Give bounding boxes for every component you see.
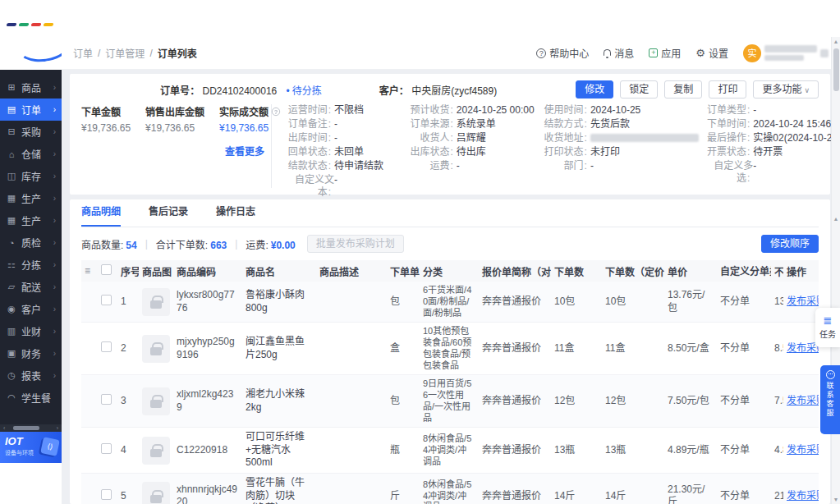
lock-button[interactable]: 锁定	[620, 80, 658, 99]
order-field: 打印状态未打印	[536, 146, 699, 158]
stat-block: 下单金额 ¥19,736.65	[81, 104, 131, 134]
scroll-right-icon[interactable]: ›	[57, 424, 58, 432]
publish-purchase-plan-link[interactable]: 发布采购计划	[787, 490, 819, 502]
product-code: xhnnnrjqkjc4920	[173, 474, 242, 504]
sidebar-item-student-meal[interactable]: ◠ 学生餐	[0, 387, 62, 409]
batch-publish-purchase-plan-button[interactable]: 批量发布采购计划	[307, 235, 404, 253]
sidebar-item-inventory[interactable]: ◫ 库存 ›	[0, 165, 62, 187]
product-name: 湘老九小米辣2kg	[242, 375, 316, 428]
sidebar-item-label: 生产	[21, 213, 53, 227]
sidebar-item-label: 订单	[21, 103, 53, 117]
publish-purchase-plan-link[interactable]: 发布采购计划	[787, 395, 819, 406]
row-checkbox[interactable]	[101, 341, 112, 352]
lock-icon	[150, 495, 162, 503]
lock-icon	[150, 300, 162, 309]
order-stats: 下单金额 ¥19,736.65 销售出库金额 ¥19,736.65	[81, 104, 272, 188]
product-image-locked	[142, 482, 170, 504]
product-code: C12220918	[173, 428, 242, 474]
order-field: 部门-	[536, 160, 699, 172]
order-field: 自定义文本-	[280, 174, 402, 186]
order-qty-price-unit: 14斤	[602, 474, 664, 504]
select-all-checkbox[interactable]	[101, 264, 112, 275]
sidebar-item-finance[interactable]: ▣ 财务 ›	[0, 342, 62, 364]
scrollbar-thumb[interactable]	[833, 48, 839, 91]
sidebar-item-delivery[interactable]: ▱ 配送 ›	[0, 276, 62, 298]
tab[interactable]: 操作日志	[216, 204, 255, 227]
app-header: 订单/ 订单管理/ 订单列表 帮助中心 消息 +应用 ⚙设置 实	[62, 37, 840, 70]
unit-price: 21.30元/斤	[664, 474, 717, 504]
modify-sort-button[interactable]: 修改顺序	[761, 235, 819, 253]
iot-banner[interactable]: IOT 设备与环境 ⟨⟩	[0, 432, 62, 463]
sidebar-item-sorting[interactable]: ⚏ 分拣 ›	[0, 254, 62, 276]
publish-purchase-plan-link[interactable]: 发布采购计划	[787, 444, 819, 456]
sidebar-item-icon: ▥	[6, 326, 17, 337]
publish-purchase-plan-link[interactable]: 发布采购计划	[787, 342, 819, 354]
unit-price: 8.50元/盒	[664, 323, 717, 375]
collapse-icon[interactable]	[820, 49, 829, 57]
task-widget[interactable]: ≣ 任务	[815, 308, 840, 347]
view-more-link[interactable]: 查看更多	[81, 144, 264, 158]
product-desc	[316, 375, 387, 428]
scroll-down-icon[interactable]: ▼	[832, 497, 840, 502]
messages-button[interactable]: 消息	[604, 46, 634, 60]
drag-handle-icon[interactable]: ≡	[85, 265, 90, 277]
sidebar-item-products[interactable]: ⊞ 商品 ›	[0, 76, 62, 99]
tab-bar: 商品明细 售后记录 操作日志	[81, 199, 819, 227]
tab[interactable]: 售后记录	[149, 204, 188, 227]
help-center-button[interactable]: 帮助中心	[536, 46, 589, 60]
breadcrumb: 订单/ 订单管理/ 订单列表	[73, 46, 197, 60]
scroll-up-icon[interactable]: ▲	[832, 39, 840, 44]
order-qty-price-unit: 13瓶	[602, 428, 664, 474]
contact-service-widget[interactable]: 联系客服	[820, 365, 840, 434]
row-checkbox[interactable]	[101, 489, 112, 500]
sidebar-item-label: 配送	[21, 280, 53, 294]
modify-button[interactable]: 修改	[576, 80, 613, 99]
order-qty: 13瓶	[551, 428, 602, 474]
breadcrumb-order-management[interactable]: 订单管理	[105, 46, 145, 60]
more-functions-button[interactable]: 更多功能∨	[753, 80, 819, 99]
scroll-up-icon[interactable]: ▲	[832, 216, 840, 222]
copy-button[interactable]: 复制	[664, 80, 702, 99]
sidebar-item-business-finance[interactable]: ▥ 业财 ›	[0, 320, 62, 342]
sidebar-item-customers[interactable]: ◉ 客户 ›	[0, 298, 62, 320]
sidebar-item-warehouse[interactable]: ⌂ 仓储 ›	[0, 143, 62, 165]
sidebar-item-icon: ◉	[6, 304, 17, 314]
scrollbar-thumb[interactable]	[13, 426, 39, 430]
sidebar-horizontal-scrollbar[interactable]: ‹ ›	[0, 424, 62, 432]
order-qty: 12包	[551, 375, 602, 428]
order-unit: 包	[387, 375, 420, 428]
sidebar-item-label: 客户	[21, 302, 53, 316]
breadcrumb-orders[interactable]: 订单	[73, 46, 93, 60]
row-checkbox[interactable]	[101, 394, 112, 405]
product-desc	[316, 428, 387, 474]
publish-purchase-plan-link[interactable]: 发布采购计划	[787, 296, 819, 307]
chevron-right-icon: ›	[53, 238, 56, 247]
row-checkbox[interactable]	[101, 443, 112, 454]
sidebar-item-production-2[interactable]: ▦ 生产 ›	[0, 209, 62, 231]
row-checkbox[interactable]	[101, 295, 112, 305]
products-table: ≡ 序号 商品图 商品编码 商品名 商品描述 下单单位 分类 报价单简称（对外）	[81, 260, 819, 504]
sidebar-item-icon: ⊞	[6, 82, 17, 93]
order-qty: 11盒	[551, 323, 602, 375]
sidebar-item-label: 学生餐	[21, 391, 56, 405]
sidebar-item-purchase[interactable]: ⊟ 采购 ›	[0, 121, 62, 143]
sidebar-item-reports[interactable]: ◷ 报表 ›	[0, 364, 62, 387]
tab[interactable]: 商品明细	[81, 204, 121, 227]
quote-name: 奔奔普通报价	[479, 474, 551, 504]
apps-button[interactable]: +应用	[649, 46, 681, 60]
split-type: 不分单	[717, 323, 771, 375]
sidebar-item-label: 分拣	[21, 258, 53, 272]
product-name: 雪花牛腩（牛肉筋）切块（净菜）	[242, 474, 316, 504]
sidebar-item-orders[interactable]: ▤ 订单 ›	[0, 99, 62, 121]
table-row: 3 xljxml2kg4239 湘老九小米辣2kg 包 9日用百货/56一次性用…	[81, 375, 819, 428]
order-qty: 14斤	[551, 474, 602, 504]
sidebar-item-icon: ▱	[6, 282, 17, 292]
scroll-left-icon[interactable]: ‹	[3, 424, 5, 432]
sidebar-item-quality[interactable]: ◔ 质检 ›	[0, 231, 62, 254]
user-menu[interactable]: 实	[743, 44, 829, 62]
chevron-right-icon: ›	[53, 172, 56, 181]
sidebar-item-production-1[interactable]: ▦ 生产 ›	[0, 187, 62, 209]
tax-price-truncated: 21	[771, 474, 783, 504]
settings-button[interactable]: ⚙设置	[695, 46, 728, 60]
print-button[interactable]: 打印	[709, 80, 746, 99]
